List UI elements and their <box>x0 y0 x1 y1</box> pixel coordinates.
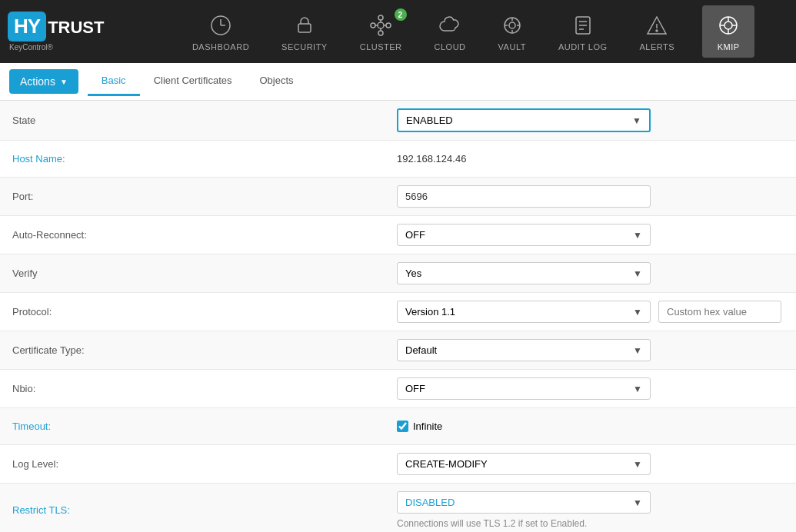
label-log-level: Log Level: <box>12 458 397 470</box>
svg-point-7 <box>371 23 375 28</box>
row-auto-reconnect: Auto-Reconnect: OFF ▼ <box>0 216 796 254</box>
toolbar: Actions ▼ Basic Client Certificates Obje… <box>0 63 796 101</box>
select-state[interactable]: ENABLED ▼ <box>397 108 651 132</box>
control-nbio: OFF ▼ <box>397 377 784 400</box>
form-area: State ENABLED ▼ Host Name: 192.168.124.4… <box>0 101 796 532</box>
select-verify-value: Yes <box>405 268 421 279</box>
svg-point-4 <box>378 22 384 28</box>
row-restrict-tls: Restrict TLS: DISABLED ▼ Connections wil… <box>0 484 796 532</box>
select-log-level-value: CREATE-MODIFY <box>405 458 488 470</box>
dashboard-icon <box>207 12 235 39</box>
label-port: Port: <box>12 191 397 202</box>
control-log-level: CREATE-MODIFY ▼ <box>397 453 784 475</box>
control-protocol: Version 1.1 ▼ <box>397 301 784 323</box>
select-verify[interactable]: Yes ▼ <box>397 262 651 284</box>
select-certificate-type[interactable]: Default ▼ <box>397 339 651 361</box>
label-protocol: Protocol: <box>12 306 397 318</box>
select-state-value: ENABLED <box>406 115 453 126</box>
tab-basic[interactable]: Basic <box>88 67 140 96</box>
tab-client-certificates[interactable]: Client Certificates <box>140 67 246 96</box>
select-log-level[interactable]: CREATE-MODIFY ▼ <box>397 453 651 475</box>
nav-item-cloud[interactable]: CLOUD <box>422 5 478 58</box>
audit-log-icon <box>569 12 597 39</box>
svg-point-8 <box>386 23 391 28</box>
nav-item-vault[interactable]: VAULT <box>486 5 538 58</box>
tabs: Basic Client Certificates Objects <box>88 67 308 96</box>
label-nbio: Nbio: <box>12 383 397 394</box>
select-restrict-tls[interactable]: DISABLED ▼ <box>397 491 651 514</box>
nav-label-security: SECURITY <box>281 42 328 52</box>
checkbox-row-infinite: Infinite <box>397 421 442 432</box>
nav-item-cluster[interactable]: CLUSTER 2 <box>348 5 415 58</box>
nav-label-alerts: ALERTS <box>640 42 675 52</box>
row-host-name: Host Name: 192.168.124.46 <box>0 141 796 178</box>
select-protocol-value: Version 1.1 <box>405 306 455 318</box>
label-state: State <box>12 115 397 126</box>
row-timeout: Timeout: Infinite <box>0 408 796 445</box>
row-nbio: Nbio: OFF ▼ <box>0 370 796 408</box>
nav-label-cluster: CLUSTER <box>360 42 402 52</box>
chevron-down-icon: ▼ <box>633 384 642 394</box>
control-state: ENABLED ▼ <box>397 108 784 132</box>
input-custom-hex[interactable] <box>658 301 781 323</box>
security-icon <box>291 12 318 39</box>
label-auto-reconnect: Auto-Reconnect: <box>12 229 397 241</box>
select-protocol[interactable]: Version 1.1 ▼ <box>397 301 651 323</box>
vault-icon <box>498 12 526 39</box>
row-verify: Verify Yes ▼ <box>0 254 796 293</box>
logo-trust: TRUST <box>48 18 104 38</box>
nav-label-audit-log: AUDIT LOG <box>558 42 608 52</box>
cloud-icon <box>436 12 464 39</box>
label-timeout: Timeout: <box>12 421 397 432</box>
label-host-name: Host Name: <box>12 153 397 165</box>
chevron-down-icon: ▼ <box>632 115 641 126</box>
actions-label: Actions <box>20 75 55 88</box>
nav-item-audit-log[interactable]: AUDIT LOG <box>546 5 620 58</box>
chevron-down-icon: ▼ <box>633 459 642 470</box>
svg-rect-3 <box>298 24 311 32</box>
svg-point-27 <box>724 22 732 29</box>
label-verify: Verify <box>12 268 397 279</box>
label-certificate-type: Certificate Type: <box>12 344 397 356</box>
tab-objects[interactable]: Objects <box>246 67 308 96</box>
select-restrict-tls-value: DISABLED <box>405 497 455 508</box>
control-port <box>397 185 784 208</box>
svg-point-5 <box>378 15 383 20</box>
checkbox-infinite-label: Infinite <box>413 421 442 432</box>
nav-item-dashboard[interactable]: DASHBOARD <box>180 5 261 58</box>
nav-item-security[interactable]: SECURITY <box>269 5 340 58</box>
row-log-level: Log Level: CREATE-MODIFY ▼ <box>0 445 796 484</box>
logo-sub: KeyControl® <box>9 43 104 52</box>
control-verify: Yes ▼ <box>397 262 784 284</box>
nav-label-dashboard: DASHBOARD <box>192 42 249 52</box>
nav-items: DASHBOARD SECURITY <box>146 5 788 58</box>
logo: HY TRUST KeyControl® <box>8 12 115 52</box>
row-state: State ENABLED ▼ <box>0 101 796 141</box>
logo-hy: HY <box>8 12 46 42</box>
input-port[interactable] <box>397 185 651 208</box>
top-navigation: HY TRUST KeyControl® DASHBOARD SECURITY <box>0 0 796 63</box>
restrict-tls-hint: Connections will use TLS 1.2 if set to E… <box>397 518 587 529</box>
select-nbio-value: OFF <box>405 383 425 394</box>
chevron-down-icon: ▼ <box>633 497 642 508</box>
select-auto-reconnect[interactable]: OFF ▼ <box>397 224 651 246</box>
nav-label-vault: VAULT <box>498 42 526 52</box>
checkbox-infinite[interactable] <box>397 421 408 432</box>
label-restrict-tls: Restrict TLS: <box>12 504 397 516</box>
chevron-down-icon: ▼ <box>633 307 642 318</box>
nav-item-kmip[interactable]: KMIP <box>702 5 754 58</box>
nav-item-alerts[interactable]: ALERTS <box>628 5 688 58</box>
svg-point-6 <box>378 31 383 35</box>
control-host-name: 192.168.124.46 <box>397 153 784 165</box>
value-host-name: 192.168.124.46 <box>397 153 466 165</box>
cluster-icon <box>367 12 395 39</box>
actions-button[interactable]: Actions ▼ <box>9 69 78 94</box>
select-nbio[interactable]: OFF ▼ <box>397 377 651 400</box>
kmip-icon <box>714 12 742 39</box>
control-timeout: Infinite <box>397 421 784 432</box>
control-certificate-type: Default ▼ <box>397 339 784 361</box>
row-certificate-type: Certificate Type: Default ▼ <box>0 331 796 370</box>
select-certificate-type-value: Default <box>405 344 437 356</box>
select-auto-reconnect-value: OFF <box>405 229 425 241</box>
row-protocol: Protocol: Version 1.1 ▼ <box>0 293 796 331</box>
